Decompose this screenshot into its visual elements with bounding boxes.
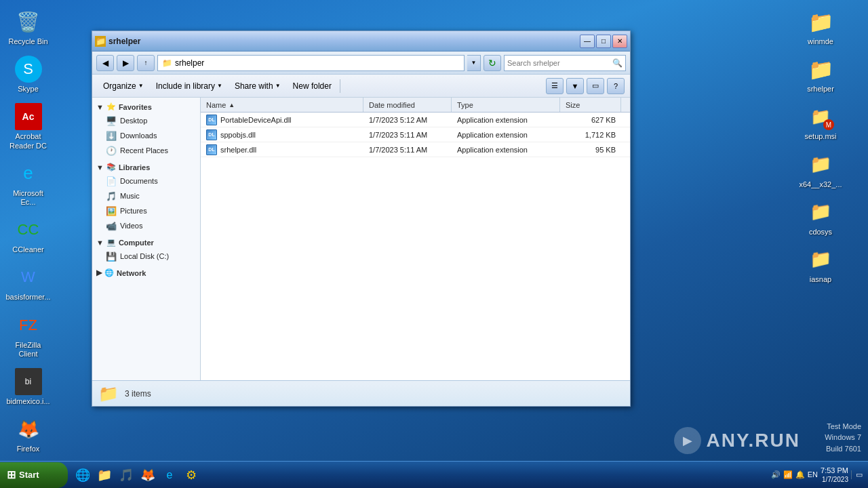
libraries-label: Libraries — [119, 163, 150, 171]
sidebar-computer-header[interactable]: ▼ 💻 Computer — [92, 236, 200, 249]
libraries-expand-icon: ▼ — [96, 163, 104, 171]
window-controls: — □ ✕ — [580, 35, 627, 48]
table-row[interactable]: DL PortableDeviceApi.dll 1/7/2023 5:12 A… — [201, 113, 630, 127]
sidebar-item-music[interactable]: 🎵 Music — [92, 188, 200, 203]
anyrun-branding: ▶ ANY.RUN — [674, 427, 800, 454]
sidebar-item-desktop[interactable]: 🖥️ Desktop — [92, 113, 200, 128]
column-header-size[interactable]: Size — [560, 98, 621, 112]
bidmexico-label: bidmexico.i... — [6, 397, 50, 406]
desktop-icon-setup-msi[interactable]: M 📁 setup.msi — [795, 100, 846, 144]
desktop-icon-microsoft-edge[interactable]: e Microsoft Ec... — [3, 157, 54, 209]
table-row[interactable]: DL srhelper.dll 1/7/2023 5:11 AM Applica… — [201, 142, 630, 157]
organize-dropdown-icon: ▼ — [138, 83, 144, 89]
desktop-icon-winmde[interactable]: 📁 winmde — [795, 5, 846, 49]
srhelper-label: srhelper — [807, 85, 834, 94]
sidebar-favorites-section: ▼ ⭐ Favorites 🖥️ Desktop ⬇️ Downloads 🕐 — [92, 100, 200, 158]
address-bar[interactable]: 📁 srhelper — [157, 55, 465, 71]
desktop-icon-cdosys[interactable]: 📁 cdosys — [795, 196, 846, 239]
sidebar-item-downloads[interactable]: ⬇️ Downloads — [92, 128, 200, 143]
taskbar-app-icon[interactable]: ⚙ — [182, 466, 201, 485]
navigation-bar: ◀ ▶ ↑ 📁 srhelper ▼ ↻ 🔍 — [92, 52, 630, 75]
documents-nav-icon: 📄 — [106, 176, 117, 186]
taskbar-quick-launch: 🌐 📁 🎵 🦊 e ⚙ — [71, 466, 203, 485]
dll-file-icon: DL — [206, 144, 217, 155]
desktop-icon-ccleaner[interactable]: CC CCleaner — [3, 214, 54, 257]
back-button[interactable]: ◀ — [96, 55, 114, 71]
setup-msi-label: setup.msi — [804, 132, 836, 141]
up-button[interactable]: ↑ — [137, 55, 155, 71]
desktop-icon-srhelper[interactable]: 📁 srhelper — [795, 53, 846, 96]
preview-pane-button[interactable]: ▭ — [587, 78, 604, 94]
view-toggle-button[interactable]: ☰ — [546, 78, 564, 94]
desktop-icon-skype[interactable]: S Skype — [3, 53, 54, 96]
taskbar-lang-icon: EN — [808, 470, 818, 479]
address-dropdown[interactable]: ▼ — [467, 55, 481, 71]
search-icon: 🔍 — [612, 58, 623, 68]
taskbar-edge-icon[interactable]: e — [160, 466, 179, 485]
windows-logo-icon: ⊞ — [7, 468, 16, 481]
column-type-label: Type — [457, 101, 473, 109]
favorites-expand-icon: ▼ — [96, 103, 104, 111]
computer-nav-icon: 💻 — [106, 238, 116, 247]
column-header-date[interactable]: Date modified — [363, 98, 452, 112]
file-name-cell: DL PortableDeviceApi.dll — [201, 115, 363, 125]
videos-nav-label: Videos — [120, 222, 142, 230]
recycle-bin-label: Recycle Bin — [8, 37, 47, 46]
maximize-button[interactable]: □ — [596, 35, 611, 48]
desktop-icon-acrobat[interactable]: Ac Acrobat Reader DC — [3, 100, 54, 152]
view-dropdown-button[interactable]: ▼ — [566, 78, 584, 94]
sidebar-item-videos[interactable]: 📹 Videos — [92, 218, 200, 233]
refresh-button[interactable]: ↻ — [484, 55, 501, 71]
taskbar-ie-icon[interactable]: 🌐 — [73, 466, 92, 485]
dll-file-icon: DL — [206, 129, 217, 140]
bidmexico-icon: bi — [15, 368, 42, 395]
show-desktop-button[interactable]: ▭ — [851, 470, 863, 479]
taskbar-clock[interactable]: 7:53 PM 1/7/2023 — [821, 466, 848, 484]
favorites-label: Favorites — [119, 103, 152, 111]
share-with-label: Share with — [235, 81, 273, 91]
search-bar[interactable]: 🔍 — [504, 55, 626, 71]
sidebar-item-local-disk[interactable]: 💾 Local Disk (C:) — [92, 249, 200, 264]
taskbar-media-icon[interactable]: 🎵 — [117, 466, 136, 485]
file-list-header: Name ▲ Date modified Type Size — [201, 98, 630, 113]
pictures-nav-label: Pictures — [120, 207, 147, 215]
desktop-icon-filezilla[interactable]: FZ FileZilla Client — [3, 309, 54, 361]
computer-label: Computer — [119, 239, 154, 247]
sidebar-item-recent-places[interactable]: 🕐 Recent Places — [92, 143, 200, 158]
taskbar-firefox-icon[interactable]: 🦊 — [138, 466, 157, 485]
desktop-icons-left: 🗑️ Recycle Bin S Skype Ac Acrobat Reader… — [0, 0, 95, 488]
desktop-icon-recycle-bin[interactable]: 🗑️ Recycle Bin — [3, 5, 54, 49]
toolbar-right: ☰ ▼ ▭ ? — [546, 78, 625, 94]
desktop-icon-iasnap[interactable]: 📁 iasnap — [795, 243, 846, 287]
favorites-star-icon: ⭐ — [106, 102, 116, 111]
forward-button[interactable]: ▶ — [117, 55, 134, 71]
column-header-name[interactable]: Name ▲ — [201, 98, 363, 112]
table-row[interactable]: DL sppobjs.dll 1/7/2023 5:11 AM Applicat… — [201, 127, 630, 142]
column-header-type[interactable]: Type — [452, 98, 560, 112]
desktop-icon-basisformer[interactable]: W basisformer... — [3, 261, 54, 304]
organize-button[interactable]: Organize ▼ — [98, 77, 149, 95]
search-input[interactable] — [507, 59, 612, 67]
srhelper-icon: 📁 — [807, 56, 834, 83]
minimize-button[interactable]: — — [580, 35, 595, 48]
filezilla-label: FileZilla Client — [5, 341, 51, 359]
help-button[interactable]: ? — [607, 78, 625, 94]
desktop-icon-firefox[interactable]: 🦊 Firefox — [3, 413, 54, 456]
start-button[interactable]: ⊞ Start — [0, 462, 68, 488]
file-size-cell: 1,712 KB — [560, 131, 621, 139]
share-with-button[interactable]: Share with ▼ — [229, 77, 286, 95]
close-button[interactable]: ✕ — [612, 35, 627, 48]
desktop-icon-x64-x32[interactable]: 📁 x64__x32_... — [795, 148, 846, 192]
sidebar-favorites-header[interactable]: ▼ ⭐ Favorites — [92, 100, 200, 113]
include-in-library-button[interactable]: Include in library ▼ — [151, 77, 228, 95]
sidebar-network-header[interactable]: ▶ 🌐 Network — [92, 266, 200, 279]
sidebar-item-documents[interactable]: 📄 Documents — [92, 174, 200, 188]
sidebar-item-pictures[interactable]: 🖼️ Pictures — [92, 203, 200, 218]
clock-date: 1/7/2023 — [821, 475, 848, 484]
sidebar-libraries-header[interactable]: ▼ 📚 Libraries — [92, 161, 200, 174]
taskbar-folder-icon[interactable]: 📁 — [95, 466, 114, 485]
downloads-nav-icon: ⬇️ — [106, 130, 117, 141]
desktop-icon-bidmexico[interactable]: bi bidmexico.i... — [3, 365, 54, 409]
taskbar: ⊞ Start 🌐 📁 🎵 🦊 e ⚙ 🔊 📶 🔔 EN 7:53 PM 1/7… — [0, 461, 868, 488]
new-folder-button[interactable]: New folder — [288, 77, 337, 95]
